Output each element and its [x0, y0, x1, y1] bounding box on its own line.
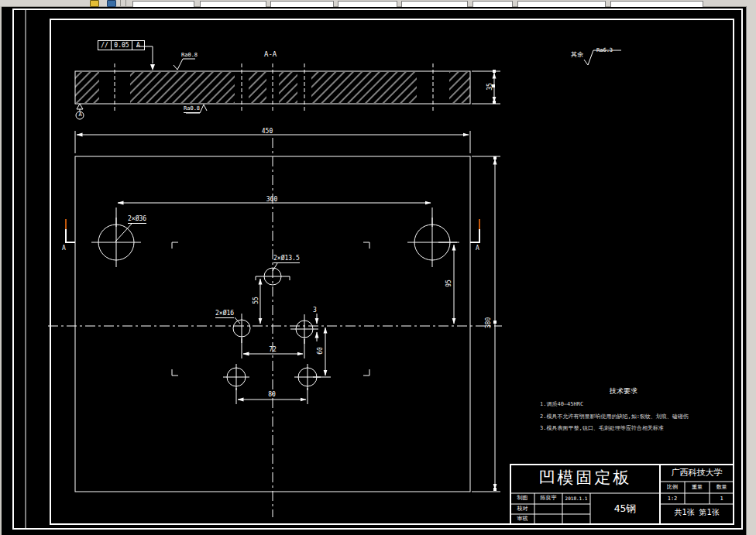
- section-mark-right-label: A: [476, 245, 479, 252]
- tolerance-datum: A: [132, 40, 145, 50]
- dimension-grips[interactable]: [492, 70, 497, 491]
- roughness-top-value: Ra0.8: [181, 53, 198, 58]
- datum-label: A: [77, 112, 83, 118]
- corner-mark: [172, 369, 178, 376]
- section-mark-left-label: A: [62, 245, 66, 252]
- label-center-holes: 2×Ø13.5: [273, 255, 300, 263]
- scale-value: 1:2: [660, 496, 685, 502]
- cad-application-window: // 0.05 A A-A Ra0.8 Ra0.8 35 A 其余 Ra6.3 …: [0, 0, 756, 535]
- sign-row-label: 审核: [510, 516, 534, 522]
- label-large-holes: 2×Ø36: [128, 216, 146, 224]
- organization: 广西科技大学: [660, 468, 734, 477]
- dim-lower-span: 80: [262, 392, 282, 398]
- plan-view: [48, 131, 502, 517]
- tech-requirement-item: 1.调质40—45HRC: [540, 402, 583, 407]
- weight-label: 重量: [685, 485, 710, 490]
- tolerance-symbol: //: [98, 40, 112, 50]
- dim-pin-vert: 55: [253, 290, 259, 310]
- corner-mark: [363, 242, 369, 249]
- leader-arrow: [150, 64, 155, 70]
- sign-row-label: 制图: [510, 496, 534, 501]
- tech-requirement-item: 3.模具表面平整,锐口、毛刺处理等应符合相关标准: [540, 426, 664, 431]
- dim-hole-span: 360: [260, 197, 284, 203]
- general-roughness-value: Ra6.3: [596, 48, 613, 53]
- corner-mark: [172, 242, 178, 249]
- roughness-bottom-value: Ra0.8: [184, 106, 200, 113]
- section-view: [75, 46, 500, 119]
- dim-height: 380: [486, 313, 492, 333]
- sign-row-label: 校对: [510, 506, 534, 512]
- sheet-info: 共1张 第1张: [660, 509, 734, 516]
- dim-thickness: 35: [487, 77, 493, 97]
- dim-pin-span: 72: [263, 347, 283, 353]
- tech-requirements-title: 技术要求: [593, 388, 655, 395]
- scale-label: 比例: [660, 485, 685, 490]
- tolerance-value: 0.05: [111, 40, 132, 50]
- drawing-linework: [0, 0, 756, 535]
- parallelism-tolerance-frame: // 0.05 A: [98, 40, 145, 50]
- part-name: 凹模固定板: [510, 470, 660, 486]
- general-roughness-prefix: 其余: [571, 52, 583, 58]
- dim-lower-vert: 60: [318, 341, 324, 361]
- quantity-value: 1: [710, 496, 734, 502]
- dim-vert-offset: 95: [446, 273, 452, 293]
- quantity-label: 数量: [710, 485, 734, 490]
- material: 45钢: [590, 503, 660, 513]
- roughness-symbol-top: [174, 59, 195, 70]
- tech-requirement-item: 2.模具不允许有明显影响使用的缺陷,如:裂纹、划痕、磕碰伤: [540, 414, 689, 420]
- datum-triangle: [77, 104, 83, 109]
- sign-row-date: 2018.1.1: [562, 496, 590, 501]
- section-view-label: A-A: [264, 51, 277, 58]
- label-small-holes: 2×Ø16: [215, 310, 234, 318]
- corner-mark: [363, 369, 369, 376]
- sign-row-name: 陈良宇: [534, 496, 562, 501]
- dim-offset-small: 3: [313, 307, 317, 314]
- dim-width: 450: [256, 129, 279, 135]
